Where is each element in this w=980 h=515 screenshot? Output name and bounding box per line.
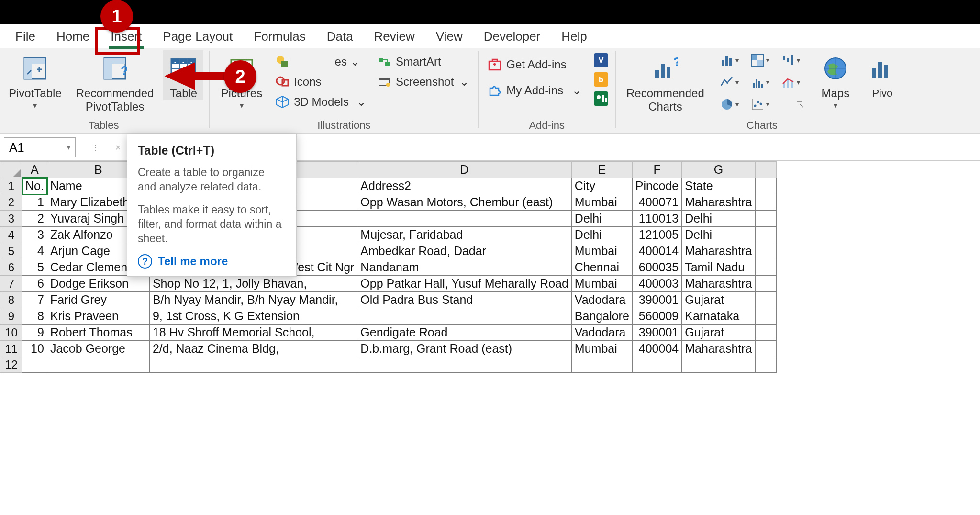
cell[interactable] — [755, 178, 776, 194]
cell[interactable]: 2/d, Naaz Cinema Bldg, — [149, 341, 357, 357]
cell[interactable]: 7 — [22, 292, 47, 308]
cell[interactable] — [22, 357, 47, 373]
cell[interactable]: Delhi — [571, 211, 632, 227]
cell[interactable] — [755, 243, 776, 259]
cell[interactable]: Tamil Nadu — [682, 259, 755, 276]
row-header[interactable]: 6 — [0, 259, 22, 276]
cell[interactable]: D.b.marg, Grant Road (east) — [357, 341, 572, 357]
cell[interactable]: 110013 — [632, 211, 681, 227]
cell[interactable] — [755, 308, 776, 325]
cell[interactable] — [632, 357, 681, 373]
cell[interactable]: 600035 — [632, 259, 681, 276]
row-header[interactable]: 12 — [0, 357, 22, 373]
cell[interactable]: No. — [22, 178, 47, 194]
pivottable-button[interactable]: PivotTable ▾ — [4, 50, 67, 110]
combo-chart-button[interactable]: ▾ — [777, 75, 804, 90]
cell[interactable] — [755, 227, 776, 243]
cell[interactable]: 5 — [22, 259, 47, 276]
cell[interactable] — [682, 357, 755, 373]
cell[interactable]: Bangalore — [571, 308, 632, 325]
tab-page-layout[interactable]: Page Layout — [161, 28, 234, 45]
column-header[interactable]: D — [357, 162, 572, 178]
cell[interactable]: 390001 — [632, 292, 681, 308]
cell[interactable]: Mumbai — [571, 276, 632, 292]
cell[interactable]: Shop No 12, 1, Jolly Bhavan, — [149, 276, 357, 292]
maps-button[interactable]: Maps ▾ — [815, 50, 856, 110]
row-header[interactable]: 1 — [0, 178, 22, 194]
cell[interactable]: 18 Hv Shroff Memorial School, — [149, 325, 357, 341]
cell[interactable]: Delhi — [571, 227, 632, 243]
cell[interactable]: 400071 — [632, 194, 681, 211]
cell[interactable]: 1 — [22, 194, 47, 211]
recommended-pivottables-button[interactable]: ? Recommended PivotTables — [71, 50, 159, 113]
cell[interactable]: Maharashtra — [682, 194, 755, 211]
cell[interactable]: Mumbai — [571, 341, 632, 357]
cell[interactable]: Old Padra Bus Stand — [357, 292, 572, 308]
drag-handle-icon[interactable]: ⋮ — [89, 141, 102, 154]
cell[interactable]: 3 — [22, 227, 47, 243]
row-header[interactable]: 8 — [0, 292, 22, 308]
statistic-chart-button[interactable]: ▾ — [746, 75, 773, 90]
cell[interactable] — [755, 194, 776, 211]
chart-dialog-icon[interactable] — [777, 101, 804, 108]
row-header[interactable]: 3 — [0, 211, 22, 227]
tab-home[interactable]: Home — [55, 28, 91, 45]
name-box[interactable]: A1 ▾ — [4, 137, 76, 157]
tab-help[interactable]: Help — [559, 28, 589, 45]
row-header[interactable]: 2 — [0, 194, 22, 211]
cell[interactable]: Farid Grey — [47, 292, 149, 308]
cell[interactable]: 400004 — [632, 341, 681, 357]
cancel-icon[interactable]: ✕ — [111, 141, 124, 154]
row-header[interactable]: 11 — [0, 341, 22, 357]
tab-view[interactable]: View — [434, 28, 465, 45]
cell[interactable] — [755, 341, 776, 357]
tab-file[interactable]: File — [13, 28, 37, 45]
cell[interactable] — [357, 308, 572, 325]
cell[interactable]: 390001 — [632, 325, 681, 341]
cell[interactable]: 121005 — [632, 227, 681, 243]
cell[interactable]: 10 — [22, 341, 47, 357]
tell-me-more-link[interactable]: ? Tell me more — [138, 254, 286, 269]
tab-developer[interactable]: Developer — [482, 28, 543, 45]
cell[interactable]: Gendigate Road — [357, 325, 572, 341]
my-addins-button[interactable]: My Add-ins ⌄ — [484, 81, 584, 100]
row-header[interactable]: 4 — [0, 227, 22, 243]
pie-chart-button[interactable]: ▾ — [716, 97, 743, 112]
cell[interactable]: 2 — [22, 211, 47, 227]
bing-icon[interactable]: b — [594, 72, 609, 88]
cell[interactable]: Nandanam — [357, 259, 572, 276]
smartart-button[interactable]: SmartArt — [374, 52, 472, 71]
cell[interactable]: 9, 1st Cross, K G Extension — [149, 308, 357, 325]
get-addins-button[interactable]: Get Add-ins — [484, 55, 584, 74]
cell[interactable]: Opp Patkar Hall, Yusuf Meharally Road — [357, 276, 572, 292]
cell[interactable]: Maharashtra — [682, 341, 755, 357]
cell[interactable]: Maharashtra — [682, 243, 755, 259]
cell[interactable]: Ambedkar Road, Dadar — [357, 243, 572, 259]
shapes-button[interactable]: Shapes es ⌄ — [272, 52, 369, 71]
people-graph-icon[interactable] — [594, 91, 609, 107]
cell[interactable]: 9 — [22, 325, 47, 341]
cell[interactable]: Vadodara — [571, 325, 632, 341]
cell[interactable]: Vadodara — [571, 292, 632, 308]
cell[interactable]: Mumbai — [571, 243, 632, 259]
pivotchart-button[interactable]: Pivo — [862, 50, 902, 100]
cell[interactable]: 8 — [22, 308, 47, 325]
cell[interactable] — [149, 357, 357, 373]
3d-models-button[interactable]: 3D Models ⌄ — [272, 92, 369, 112]
cell[interactable] — [357, 357, 572, 373]
cell[interactable]: Pincode — [632, 178, 681, 194]
row-header[interactable]: 5 — [0, 243, 22, 259]
column-header[interactable] — [755, 162, 776, 178]
cell[interactable]: 6 — [22, 276, 47, 292]
column-header[interactable]: A — [22, 162, 47, 178]
worksheet-grid[interactable]: A B C D E F G 1 No. Name Address2 City P… — [0, 161, 980, 373]
hierarchy-chart-button[interactable]: ▾ — [746, 53, 773, 67]
scatter-chart-button[interactable]: ▾ — [746, 97, 773, 112]
row-header[interactable]: 7 — [0, 276, 22, 292]
cell[interactable]: Mumbai — [571, 194, 632, 211]
cell[interactable] — [571, 357, 632, 373]
visio-icon[interactable]: V — [594, 53, 609, 68]
column-header[interactable]: G — [682, 162, 755, 178]
cell[interactable]: Maharashtra — [682, 276, 755, 292]
cell[interactable]: Jacob George — [47, 341, 149, 357]
